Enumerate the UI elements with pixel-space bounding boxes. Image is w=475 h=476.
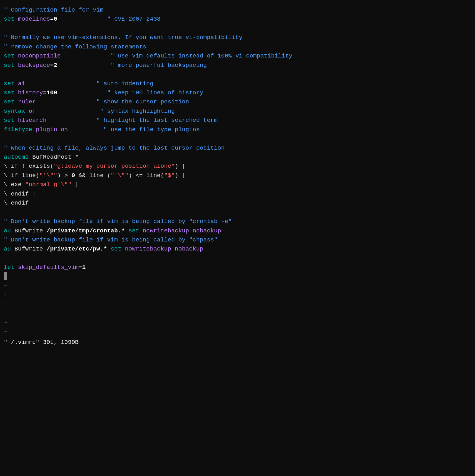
line-20: \ exe "normal g'\"" | — [4, 180, 471, 189]
line-17: autocmd BufReadPost * — [4, 153, 471, 162]
line-4: " Normally we use vim-extensions. If you… — [4, 33, 471, 42]
line-28 — [4, 254, 471, 263]
line-3 — [4, 24, 471, 33]
line-21: \ endif | — [4, 190, 471, 199]
cursor — [4, 272, 7, 280]
line-16: " When editing a file, always jump to th… — [4, 144, 471, 153]
line-9: set ai " auto indenting — [4, 79, 471, 88]
line-27: au BufWrite /private/etc/pw.* set nowrit… — [4, 245, 471, 254]
line-19: \ if line("'\"") > 0 && line ("'\"") <= … — [4, 171, 471, 180]
line-11: set ruler " show the cursor position — [4, 97, 471, 107]
tilde-3: ~ — [4, 300, 471, 309]
line-5: " remove change the following statements — [4, 42, 471, 52]
line-15 — [4, 134, 471, 143]
tilde-2: ~ — [4, 291, 471, 300]
line-29: let skip_defaults_vim=1 — [4, 263, 471, 272]
line-26: " Don't write backup file if vim is bein… — [4, 236, 471, 245]
line-30-cursor — [4, 272, 471, 281]
line-10: set history=100 " keep 100 lines of hist… — [4, 88, 471, 97]
line-8 — [4, 70, 471, 79]
line-24: " Don't write backup file if vim is bein… — [4, 217, 471, 226]
line-18: \ if ! exists("g:leave_my_cursor_positio… — [4, 162, 471, 171]
line-14: filetype plugin on " use the file type p… — [4, 125, 471, 134]
tilde-1: ~ — [4, 281, 471, 290]
line-7: set backspace=2 " more powerful backspac… — [4, 61, 471, 70]
line-22: \ endif — [4, 199, 471, 208]
line-13: set hlsearch " highlight the last search… — [4, 116, 471, 125]
line-23 — [4, 208, 471, 217]
line-25: au BufWrite /private/tmp/crontab.* set n… — [4, 226, 471, 236]
line-1: " Configuration file for vim — [4, 6, 471, 15]
vim-editor[interactable]: " Configuration file for vim set modelin… — [4, 6, 471, 347]
statusbar: "~/.vimrc" 30L, 1090B — [4, 338, 471, 347]
line-2: set modelines=0 " CVE-2007-2438 — [4, 15, 471, 24]
tilde-4: ~ — [4, 309, 471, 318]
tilde-6: ~ — [4, 327, 471, 336]
line-12: syntax on " syntax highlighting — [4, 107, 471, 116]
tilde-5: ~ — [4, 318, 471, 327]
line-6: set nocompatible " Use Vim defaults inst… — [4, 52, 471, 61]
